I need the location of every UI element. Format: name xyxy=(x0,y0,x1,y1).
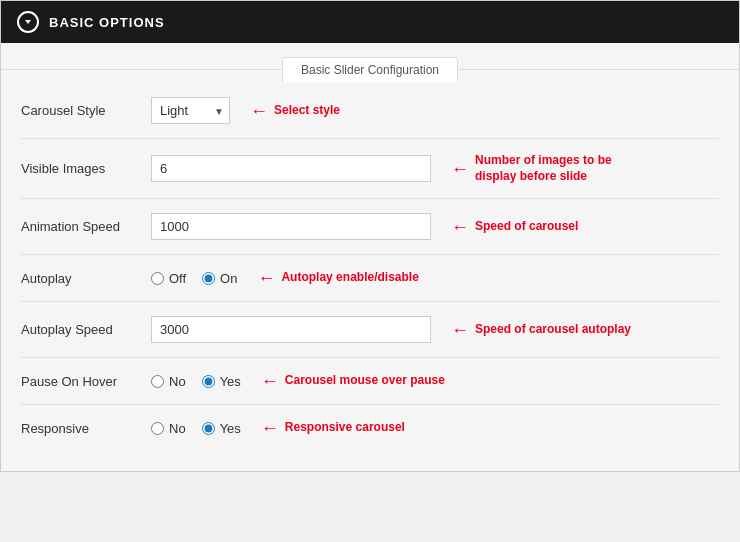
autoplay-off-text: Off xyxy=(169,271,186,286)
annotation-arrow-icon: ← xyxy=(261,372,279,390)
responsive-no-label[interactable]: No xyxy=(151,421,186,436)
tab-basic-slider[interactable]: Basic Slider Configuration xyxy=(282,57,458,83)
carousel-style-annotation-text: Select style xyxy=(274,103,340,119)
carousel-style-select-wrapper: Light Dark Custom ▼ xyxy=(151,97,230,124)
form-table: Carousel Style Light Dark Custom ▼ ← Sel… xyxy=(1,83,739,471)
animation-speed-annotation-text: Speed of carousel xyxy=(475,219,578,235)
responsive-no-text: No xyxy=(169,421,186,436)
pause-on-hover-controls: No Yes ← Carousel mouse over pause xyxy=(151,372,719,390)
tab-bar: Basic Slider Configuration xyxy=(1,43,739,83)
annotation-arrow-icon: ← xyxy=(451,160,469,178)
visible-images-annotation-text: Number of images to be display before sl… xyxy=(475,153,655,184)
autoplay-on-text: On xyxy=(220,271,237,286)
pause-on-hover-label: Pause On Hover xyxy=(21,374,151,389)
autoplay-off-radio[interactable] xyxy=(151,272,164,285)
panel-header: BASIC OPTIONS xyxy=(1,1,739,43)
svg-marker-0 xyxy=(25,20,31,24)
autoplay-speed-controls: ← Speed of carousel autoplay xyxy=(151,316,719,343)
autoplay-off-label[interactable]: Off xyxy=(151,271,186,286)
autoplay-on-label[interactable]: On xyxy=(202,271,237,286)
collapse-icon[interactable] xyxy=(17,11,39,33)
responsive-annotation: ← Responsive carousel xyxy=(261,419,405,437)
autoplay-annotation: ← Autoplay enable/disable xyxy=(257,269,418,287)
responsive-radio-group: No Yes xyxy=(151,421,241,436)
autoplay-speed-row: Autoplay Speed ← Speed of carousel autop… xyxy=(21,302,719,358)
pause-on-hover-annotation-text: Carousel mouse over pause xyxy=(285,373,445,389)
animation-speed-label: Animation Speed xyxy=(21,219,151,234)
annotation-arrow-icon: ← xyxy=(451,321,469,339)
responsive-row: Responsive No Yes ← Resp xyxy=(21,405,719,451)
visible-images-row: Visible Images ← Number of images to be … xyxy=(21,139,719,199)
responsive-no-radio[interactable] xyxy=(151,422,164,435)
carousel-style-label: Carousel Style xyxy=(21,103,151,118)
annotation-arrow-icon: ← xyxy=(451,218,469,236)
annotation-arrow-icon: ← xyxy=(261,419,279,437)
annotation-arrow-icon: ← xyxy=(257,269,275,287)
pause-on-hover-annotation: ← Carousel mouse over pause xyxy=(261,372,445,390)
pause-on-hover-yes-text: Yes xyxy=(220,374,241,389)
responsive-label: Responsive xyxy=(21,421,151,436)
panel-title: BASIC OPTIONS xyxy=(49,15,165,30)
pause-on-hover-row: Pause On Hover No Yes ← xyxy=(21,358,719,405)
autoplay-radio-group: Off On xyxy=(151,271,237,286)
animation-speed-controls: ← Speed of carousel xyxy=(151,213,719,240)
pause-on-hover-radio-group: No Yes xyxy=(151,374,241,389)
visible-images-controls: ← Number of images to be display before … xyxy=(151,153,719,184)
visible-images-annotation: ← Number of images to be display before … xyxy=(451,153,655,184)
autoplay-controls: Off On ← Autoplay enable/disable xyxy=(151,269,719,287)
animation-speed-row: Animation Speed ← Speed of carousel xyxy=(21,199,719,255)
responsive-yes-radio[interactable] xyxy=(202,422,215,435)
animation-speed-input[interactable] xyxy=(151,213,431,240)
autoplay-row: Autoplay Off On ← Autopl xyxy=(21,255,719,302)
responsive-annotation-text: Responsive carousel xyxy=(285,420,405,436)
autoplay-label: Autoplay xyxy=(21,271,151,286)
carousel-style-controls: Light Dark Custom ▼ ← Select style xyxy=(151,97,719,124)
basic-options-panel: BASIC OPTIONS Basic Slider Configuration… xyxy=(0,0,740,472)
pause-on-hover-no-label[interactable]: No xyxy=(151,374,186,389)
visible-images-input[interactable] xyxy=(151,155,431,182)
carousel-style-annotation: ← Select style xyxy=(250,102,340,120)
pause-on-hover-no-text: No xyxy=(169,374,186,389)
carousel-style-select[interactable]: Light Dark Custom xyxy=(151,97,230,124)
animation-speed-annotation: ← Speed of carousel xyxy=(451,218,578,236)
autoplay-speed-input[interactable] xyxy=(151,316,431,343)
carousel-style-row: Carousel Style Light Dark Custom ▼ ← Sel… xyxy=(21,83,719,139)
panel-body: Basic Slider Configuration Carousel Styl… xyxy=(1,43,739,471)
responsive-yes-label[interactable]: Yes xyxy=(202,421,241,436)
responsive-yes-text: Yes xyxy=(220,421,241,436)
responsive-controls: No Yes ← Responsive carousel xyxy=(151,419,719,437)
autoplay-speed-annotation: ← Speed of carousel autoplay xyxy=(451,321,631,339)
annotation-arrow-icon: ← xyxy=(250,102,268,120)
pause-on-hover-yes-label[interactable]: Yes xyxy=(202,374,241,389)
autoplay-speed-annotation-text: Speed of carousel autoplay xyxy=(475,322,631,338)
autoplay-speed-label: Autoplay Speed xyxy=(21,322,151,337)
autoplay-annotation-text: Autoplay enable/disable xyxy=(281,270,418,286)
pause-on-hover-yes-radio[interactable] xyxy=(202,375,215,388)
autoplay-on-radio[interactable] xyxy=(202,272,215,285)
visible-images-label: Visible Images xyxy=(21,161,151,176)
pause-on-hover-no-radio[interactable] xyxy=(151,375,164,388)
